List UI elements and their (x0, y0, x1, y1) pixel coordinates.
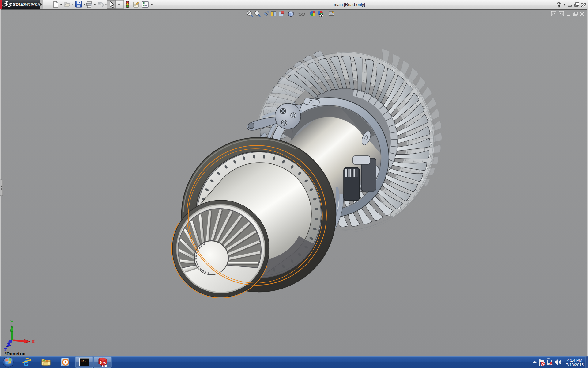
svg-text:main [Read-only]: main [Read-only] (334, 2, 365, 7)
svg-text:C:\_: C:\_ (81, 360, 88, 363)
svg-text:SOLIDWORKS: SOLIDWORKS (13, 2, 40, 7)
svg-text:7/13/2015: 7/13/2015 (566, 362, 584, 367)
svg-text:S: S (100, 361, 102, 364)
svg-text:*Dimetric: *Dimetric (5, 351, 25, 356)
svg-text:2015: 2015 (102, 365, 107, 367)
svg-text:4:14 PM: 4:14 PM (567, 358, 582, 362)
